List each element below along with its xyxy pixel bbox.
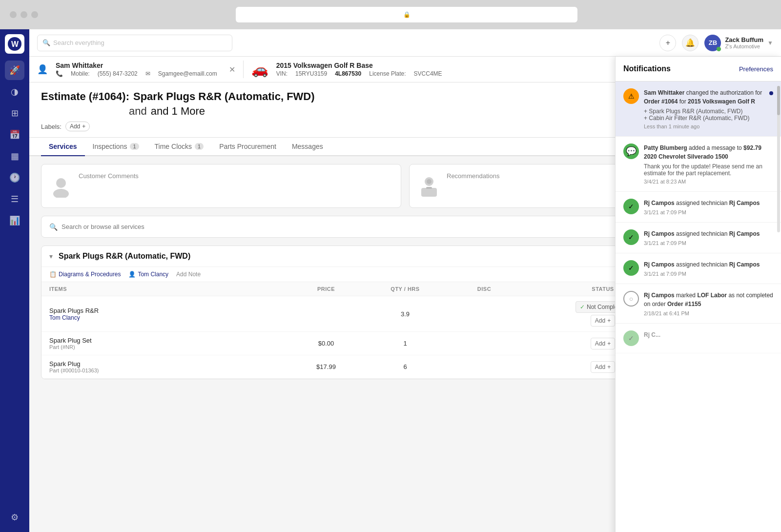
item-2-add-button[interactable]: Add + <box>591 338 615 349</box>
sidebar-item-chart[interactable]: ◑ <box>5 82 24 102</box>
mobile-value: (555) 847-3202 <box>98 70 138 77</box>
search-placeholder: Search everything <box>53 39 104 46</box>
scrollbar-thumb[interactable] <box>777 86 780 115</box>
notification-item[interactable]: ✓ Rj Campos assigned technician Rj Campo… <box>616 223 781 253</box>
technician-icon: 👤 <box>128 271 136 278</box>
sidebar-item-settings[interactable]: ⚙ <box>5 508 24 527</box>
notification-text: Sam Whittaker changed the authorization … <box>644 88 764 106</box>
nav-actions: + 🔔 ZB Zack Buffum Z's Automotive ▼ <box>659 35 773 51</box>
svg-rect-7 <box>426 187 432 189</box>
vin-prefix: 15RYU3159 <box>295 70 327 77</box>
item-3-info: Spark Plug Part (#00010-01363) <box>49 360 287 373</box>
notification-item[interactable]: ⚠ Sam Whittaker changed the authorizatio… <box>616 82 781 137</box>
collapse-button[interactable]: ▾ <box>49 252 53 260</box>
notifications-button[interactable]: 🔔 <box>682 35 699 51</box>
notification-preferences-link[interactable]: Preferences <box>739 65 773 73</box>
vehicle-name: 2015 Volkswagen Golf R Base <box>276 61 442 69</box>
traffic-light-red[interactable] <box>10 11 17 18</box>
item-3-qty: 6 <box>366 363 445 370</box>
item-1-assignee[interactable]: Tom Clancy <box>49 314 287 321</box>
notification-content: Rj Campos assigned technician Rj Campos … <box>644 229 773 246</box>
close-button[interactable]: ✕ <box>229 65 235 74</box>
item-3-name: Spark Plug <box>49 360 287 368</box>
mobile-label: Mobile: <box>71 70 90 77</box>
customer-icon: 👤 <box>37 64 48 75</box>
traffic-light-green[interactable] <box>31 11 38 18</box>
notification-time: 3/4/21 at 8:23 AM <box>644 179 773 184</box>
tab-time-clocks[interactable]: Time Clocks 1 <box>147 138 212 156</box>
notification-item[interactable]: ✓ Rj C... <box>616 324 781 353</box>
divider <box>243 61 244 78</box>
sidebar-item-clock[interactable]: 🕐 <box>5 168 24 187</box>
notification-extra: + Spark Plugs R&R (Automatic, FWD) + Cab… <box>644 108 764 122</box>
customer-name: Sam Whittaker <box>56 61 217 69</box>
notification-text: Rj Campos assigned technician Rj Campos <box>644 199 773 207</box>
col-header-qty: QTY / HRS <box>366 286 445 292</box>
tab-services[interactable]: Services <box>41 138 85 156</box>
notification-item[interactable]: ○ Rj Campos marked LOF Labor as not comp… <box>616 284 781 324</box>
notification-content: Rj Campos assigned technician Rj Campos … <box>644 199 773 215</box>
customer-comments-label: Customer Comments <box>79 172 139 180</box>
svg-rect-5 <box>421 188 437 197</box>
notification-time: Less than 1 minute ago <box>644 123 764 129</box>
customer-comments-card: Customer Comments <box>41 164 401 208</box>
notification-text: Rj Campos assigned technician Rj Campos <box>644 229 773 238</box>
notification-extra: Thank you for the update! Please send me… <box>644 163 773 177</box>
mobile-icon: 📞 <box>56 70 63 77</box>
tab-parts-procurement[interactable]: Parts Procurement <box>211 138 284 156</box>
add-note-button[interactable]: Add Note <box>176 271 201 278</box>
vehicle-details: VIN: 15RYU31594L867530 License Plate: SV… <box>276 70 442 77</box>
traffic-light-yellow[interactable] <box>21 11 27 18</box>
plus-icon: + <box>607 364 611 370</box>
sidebar-item-dashboard[interactable]: ▦ <box>5 146 24 166</box>
item-1-qty: 3.9 <box>366 310 445 318</box>
notification-list: ⚠ Sam Whittaker changed the authorizatio… <box>616 82 781 532</box>
item-2-price: $0.00 <box>287 340 366 347</box>
notification-time: 3/1/21 at 7:09 PM <box>644 271 773 277</box>
technician-link[interactable]: 👤 Tom Clancy <box>128 271 168 278</box>
add-label-button[interactable]: Add + <box>65 122 90 131</box>
search-services-icon: 🔍 <box>49 223 58 231</box>
scrollbar-track <box>777 86 780 232</box>
estimate-and: and <box>129 105 147 118</box>
address-bar[interactable]: 🔒 <box>236 7 577 22</box>
window-chrome: 🔒 <box>0 0 781 29</box>
col-header-price: PRICE <box>287 286 366 292</box>
notification-item[interactable]: ✓ Rj Campos assigned technician Rj Campo… <box>616 192 781 223</box>
estimate-subtitle: and 1 More <box>151 105 205 118</box>
global-search[interactable]: 🔍 Search everything <box>37 35 232 51</box>
customer-avatar <box>49 172 73 200</box>
item-3-add-button[interactable]: Add + <box>591 361 615 373</box>
notification-panel: Notifications Preferences ⚠ Sam Whittake… <box>615 57 781 532</box>
svg-point-3 <box>53 189 69 198</box>
user-menu[interactable]: ZB Zack Buffum Z's Automotive ▼ <box>704 35 773 51</box>
tab-inspections[interactable]: Inspections 1 <box>85 138 147 156</box>
notification-content: Rj Campos assigned technician Rj Campos … <box>644 260 773 277</box>
sidebar-item-bar-chart[interactable]: 📊 <box>5 211 24 230</box>
notification-item[interactable]: 💬 Patty Blumberg added a message to $92.… <box>616 137 781 192</box>
sidebar-item-list[interactable]: ☰ <box>5 189 24 209</box>
sidebar-item-rocket[interactable]: 🚀 <box>5 61 24 80</box>
notification-content: Sam Whittaker changed the authorization … <box>644 88 764 129</box>
notification-avatar: 💬 <box>623 143 639 159</box>
service-title: Spark Plugs R&R (Automatic, FWD) <box>59 252 190 261</box>
item-1-info: Spark Plugs R&R Tom Clancy <box>49 307 287 321</box>
sidebar-item-calendar[interactable]: 📅 <box>5 125 24 144</box>
notification-avatar: ✓ <box>623 260 639 276</box>
vin-bold: 4L867530 <box>335 70 361 77</box>
notification-text: Patty Blumberg added a message to $92.79… <box>644 143 773 161</box>
diagrams-procedures-link[interactable]: 📋 Diagrams & Procedures <box>49 271 121 278</box>
notification-item[interactable]: ✓ Rj Campos assigned technician Rj Campo… <box>616 253 781 284</box>
user-company: Z's Automotive <box>725 43 763 49</box>
col-header-disc: DISC <box>445 286 524 292</box>
mechanic-avatar <box>417 172 441 200</box>
notification-text: Rj Campos assigned technician Rj Campos <box>644 260 773 269</box>
add-button[interactable]: + <box>659 35 676 51</box>
email-value: Sgamgee@emaill.com <box>158 70 217 77</box>
estimate-title: Spark Plugs R&R (Automatic, FWD) <box>133 90 315 103</box>
vehicle-info: 2015 Volkswagen Golf R Base VIN: 15RYU31… <box>276 61 442 77</box>
labels-label: Labels: <box>41 123 62 130</box>
item-1-add-button[interactable]: Add + <box>591 315 615 327</box>
tab-messages[interactable]: Messages <box>284 138 331 156</box>
sidebar-item-layout[interactable]: ⊞ <box>5 103 24 123</box>
